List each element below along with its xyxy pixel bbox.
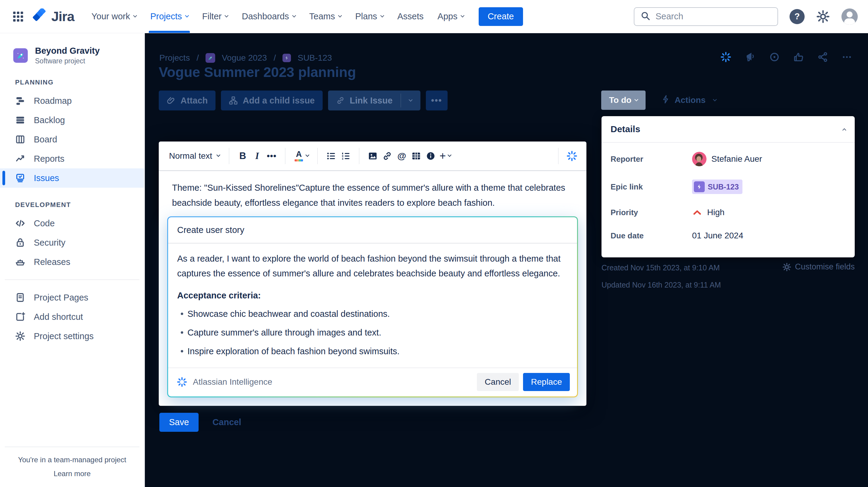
chevron-down-icon bbox=[713, 97, 717, 101]
text-format-more-button[interactable]: ••• bbox=[265, 148, 279, 164]
share-icon[interactable] bbox=[817, 52, 828, 62]
ai-panel: Create user story As a reader, I want to… bbox=[167, 216, 578, 397]
help-icon[interactable]: ? bbox=[789, 9, 805, 24]
save-button[interactable]: Save bbox=[159, 413, 198, 432]
paperclip-icon bbox=[166, 96, 176, 105]
sidebar-item-project-pages[interactable]: Project Pages bbox=[0, 288, 144, 307]
italic-button[interactable]: I bbox=[250, 148, 265, 164]
ai-cancel-button[interactable]: Cancel bbox=[477, 373, 519, 391]
ai-sparkle-button[interactable] bbox=[565, 148, 579, 164]
numbered-list-button[interactable] bbox=[338, 148, 353, 164]
link-issue-dropdown[interactable] bbox=[401, 91, 421, 110]
customise-fields[interactable]: Customise fields bbox=[782, 262, 855, 271]
learn-more-link[interactable]: Learn more bbox=[0, 469, 144, 478]
atlassian-intelligence-icon[interactable] bbox=[720, 51, 732, 63]
bullet-list-button[interactable] bbox=[324, 148, 338, 164]
nav-apps[interactable]: Apps bbox=[432, 0, 470, 33]
roadmap-icon bbox=[15, 96, 25, 106]
breadcrumb: Projects / Vogue 2023 / SUB-123 bbox=[159, 53, 332, 63]
ai-user-story: As a reader, I want to explore the world… bbox=[177, 251, 568, 281]
collapse-details[interactable] bbox=[839, 126, 846, 132]
status-dropdown[interactable]: To do bbox=[601, 91, 646, 110]
nav-assets[interactable]: Assets bbox=[392, 0, 430, 33]
like-thumb-icon[interactable] bbox=[793, 52, 804, 62]
toolbar-separator bbox=[229, 148, 229, 164]
backlog-icon bbox=[15, 115, 25, 125]
insert-more-button[interactable]: + bbox=[438, 148, 453, 164]
ai-replace-button[interactable]: Replace bbox=[523, 373, 570, 391]
ai-brand: Atlassian Intelligence bbox=[177, 377, 272, 387]
nav-dashboards[interactable]: Dashboards bbox=[236, 0, 301, 33]
text-style-dropdown[interactable]: Normal text bbox=[166, 148, 223, 164]
sidebar-item-project-settings[interactable]: Project settings bbox=[0, 326, 144, 346]
jira-logo[interactable]: Jira bbox=[33, 8, 74, 25]
chevron-down-icon[interactable] bbox=[305, 153, 309, 157]
description-text[interactable]: Theme: "Sun-Kissed Shorelines"Capture th… bbox=[159, 171, 586, 213]
sidebar-item-issues[interactable]: Issues bbox=[0, 168, 144, 188]
reporter-value[interactable]: Stefanie Auer bbox=[692, 152, 762, 166]
jira-logo-text: Jira bbox=[51, 9, 74, 25]
actions-dropdown[interactable]: Actions bbox=[661, 95, 716, 106]
ellipsis-icon[interactable] bbox=[841, 52, 852, 62]
insert-image-button[interactable] bbox=[366, 148, 380, 164]
chevron-down-icon bbox=[380, 13, 384, 18]
sidebar-item-add-shortcut[interactable]: Add shortcut bbox=[0, 307, 144, 326]
sidebar-item-code[interactable]: Code bbox=[0, 214, 144, 233]
create-button[interactable]: Create bbox=[479, 7, 523, 26]
code-icon bbox=[15, 218, 25, 228]
chevron-down-icon bbox=[634, 97, 638, 101]
team-managed-note: You're in a team-managed project bbox=[0, 456, 144, 464]
link-icon bbox=[336, 96, 345, 105]
breadcrumb-projects[interactable]: Projects bbox=[159, 53, 190, 63]
sidebar-item-board[interactable]: Board bbox=[0, 130, 144, 149]
description-editor: Normal text B I ••• A @ bbox=[159, 141, 586, 406]
sidebar-item-reports[interactable]: Reports bbox=[0, 149, 144, 168]
cancel-link[interactable]: Cancel bbox=[213, 417, 241, 427]
ai-generated-content: As a reader, I want to explore the world… bbox=[168, 244, 577, 367]
mention-button[interactable]: @ bbox=[395, 148, 409, 164]
chevron-down-icon bbox=[292, 13, 296, 18]
nav-filter[interactable]: Filter bbox=[196, 0, 234, 33]
info-panel-button[interactable] bbox=[424, 148, 438, 164]
more-actions-button[interactable]: ••• bbox=[426, 91, 447, 110]
ai-prompt-title[interactable]: Create user story bbox=[168, 217, 577, 243]
due-date-value[interactable]: 01 June 2024 bbox=[692, 231, 743, 240]
reports-icon bbox=[15, 154, 25, 164]
nav-plans[interactable]: Plans bbox=[349, 0, 389, 33]
details-header[interactable]: Details bbox=[601, 116, 855, 143]
sidebar-item-releases[interactable]: Releases bbox=[0, 252, 144, 271]
sidebar-item-security[interactable]: Security bbox=[0, 233, 144, 252]
settings-gear-icon[interactable] bbox=[816, 10, 830, 24]
nav-teams[interactable]: Teams bbox=[304, 0, 347, 33]
insert-table-button[interactable] bbox=[409, 148, 424, 164]
link-issue-button[interactable]: Link Issue bbox=[328, 91, 401, 110]
breadcrumb-project[interactable]: Vogue 2023 bbox=[222, 53, 267, 63]
nav-right-cluster: ? bbox=[634, 7, 858, 26]
global-search[interactable] bbox=[634, 7, 778, 26]
nav-projects[interactable]: Projects bbox=[145, 0, 194, 33]
nav-your-work[interactable]: Your work bbox=[86, 0, 142, 33]
section-planning: PLANNING bbox=[15, 78, 144, 86]
epic-link-badge[interactable]: SUB-123 bbox=[692, 180, 742, 194]
breadcrumb-separator: / bbox=[273, 53, 276, 63]
attach-button[interactable]: Attach bbox=[159, 91, 216, 110]
priority-value[interactable]: High bbox=[692, 207, 725, 218]
issue-type-bolt-icon bbox=[282, 54, 291, 62]
user-avatar[interactable] bbox=[841, 8, 858, 25]
breadcrumb-issue-key[interactable]: SUB-123 bbox=[298, 53, 332, 63]
project-header: Beyond Gravity Software project bbox=[0, 33, 144, 65]
text-color-button[interactable]: A bbox=[291, 148, 306, 164]
feedback-megaphone-icon[interactable] bbox=[745, 52, 756, 62]
watch-icon[interactable] bbox=[769, 52, 780, 62]
sidebar-item-backlog[interactable]: Backlog bbox=[0, 110, 144, 130]
list-item: Showcase chic beachwear and coastal dest… bbox=[177, 308, 568, 320]
add-child-issue-button[interactable]: Add a child issue bbox=[221, 91, 322, 110]
insert-link-button[interactable] bbox=[380, 148, 395, 164]
chevron-down-icon bbox=[185, 13, 189, 18]
sidebar-item-roadmap[interactable]: Roadmap bbox=[0, 91, 144, 110]
app-switcher-icon[interactable] bbox=[10, 9, 26, 25]
project-avatar-rocket-icon bbox=[13, 48, 28, 63]
lock-icon bbox=[15, 237, 25, 248]
search-input[interactable] bbox=[655, 11, 771, 22]
bold-button[interactable]: B bbox=[236, 148, 250, 164]
